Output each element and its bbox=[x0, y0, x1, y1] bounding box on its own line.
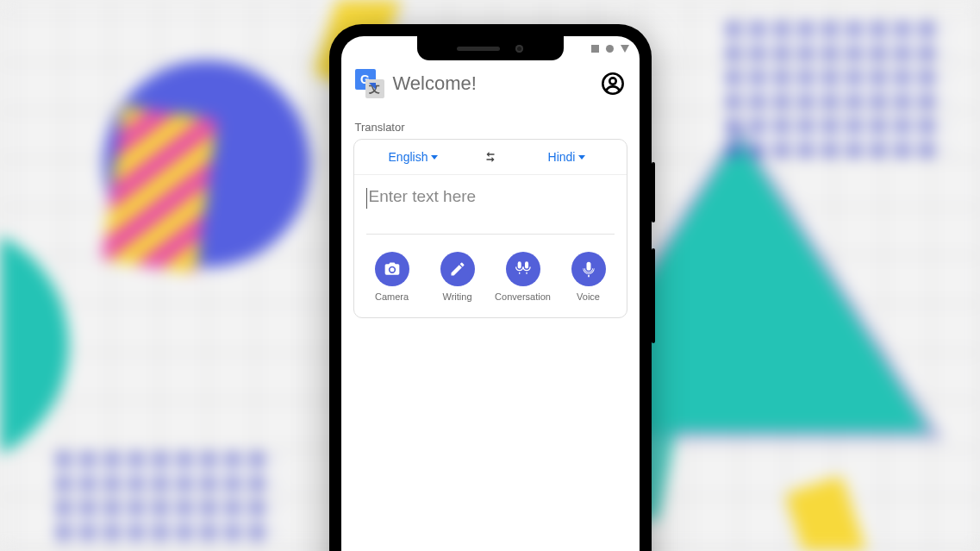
divider bbox=[366, 234, 615, 235]
phone-screen: G 文 Welcome! Translator Engl bbox=[341, 36, 640, 551]
source-language-label: English bbox=[389, 150, 428, 164]
camera-icon bbox=[384, 260, 401, 278]
page-title: Welcome! bbox=[393, 72, 591, 95]
pencil-icon bbox=[449, 260, 466, 278]
chevron-down-icon bbox=[578, 155, 585, 160]
mode-writing-button[interactable]: Writing bbox=[428, 252, 487, 302]
section-label: Translator bbox=[355, 121, 626, 134]
mode-camera-button[interactable]: Camera bbox=[363, 252, 421, 302]
phone-notch bbox=[417, 36, 564, 60]
app-header: G 文 Welcome! bbox=[353, 66, 627, 105]
target-language-selector[interactable]: Hindi bbox=[508, 150, 627, 164]
two-mics-icon bbox=[515, 260, 532, 278]
translator-card: English Hindi bbox=[353, 139, 627, 318]
input-modes: Camera Writing bbox=[354, 240, 627, 317]
translate-logo-icon: G 文 bbox=[355, 69, 384, 98]
status-indicator-icon bbox=[621, 45, 629, 53]
phone-side-button bbox=[652, 248, 655, 343]
text-cursor-icon bbox=[366, 188, 367, 209]
mode-conversation-button[interactable]: Conversation bbox=[494, 252, 552, 302]
account-button[interactable] bbox=[600, 71, 626, 97]
mode-voice-button[interactable]: Voice bbox=[559, 252, 618, 302]
source-language-selector[interactable]: English bbox=[354, 150, 473, 164]
status-indicator-icon bbox=[606, 45, 614, 53]
language-bar: English Hindi bbox=[354, 140, 627, 175]
phone-side-button bbox=[652, 162, 655, 222]
mode-label: Camera bbox=[375, 291, 409, 302]
mode-label: Voice bbox=[577, 291, 600, 302]
input-placeholder: Enter text here bbox=[369, 187, 477, 206]
target-language-label: Hindi bbox=[548, 150, 576, 164]
mic-icon bbox=[580, 260, 597, 278]
swap-languages-button[interactable] bbox=[473, 149, 508, 165]
mode-label: Conversation bbox=[495, 291, 551, 302]
swap-horiz-icon bbox=[483, 149, 498, 165]
chevron-down-icon bbox=[431, 155, 438, 160]
account-circle-icon bbox=[601, 72, 625, 96]
svg-point-1 bbox=[609, 78, 615, 84]
mode-label: Writing bbox=[442, 291, 471, 302]
status-indicator-icon bbox=[591, 45, 599, 53]
phone-frame: G 文 Welcome! Translator Engl bbox=[329, 24, 652, 551]
text-input[interactable]: Enter text here bbox=[366, 187, 615, 222]
